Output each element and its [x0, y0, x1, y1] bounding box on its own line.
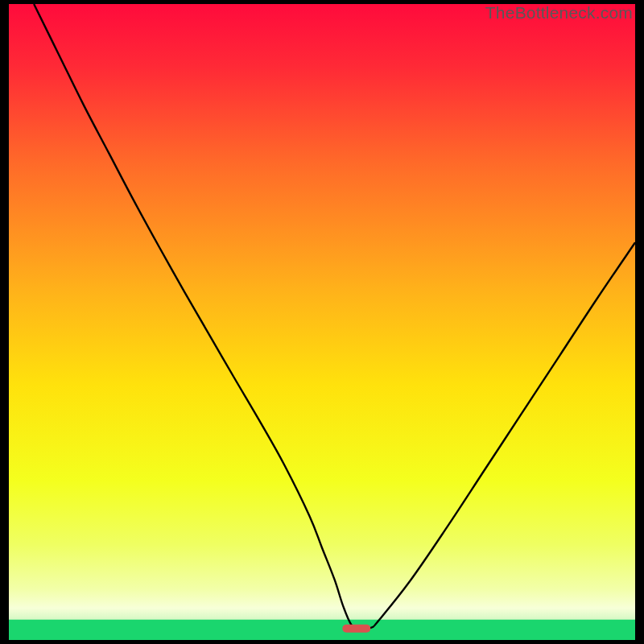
green-band [9, 620, 635, 640]
watermark-text: TheBottleneck.com [485, 3, 633, 23]
bottleneck-chart [9, 4, 635, 640]
gradient-background [9, 4, 635, 640]
chart-frame [9, 4, 635, 640]
optimum-marker [342, 625, 370, 633]
